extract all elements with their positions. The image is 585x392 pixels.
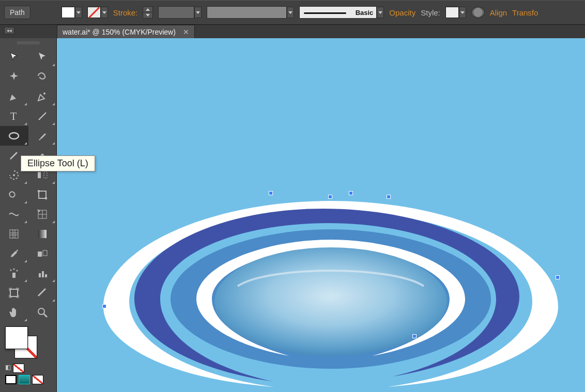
svg-point-1 [43, 92, 45, 95]
hand-tool[interactable] [0, 303, 28, 322]
svg-point-21 [17, 270, 18, 272]
free-transform-tool[interactable] [28, 185, 57, 205]
svg-rect-18 [12, 273, 16, 278]
eyedropper-tool[interactable] [0, 244, 28, 263]
gradient-tool[interactable] [28, 224, 57, 244]
ripple-water-center [214, 247, 447, 356]
selection-handle[interactable] [349, 191, 353, 195]
svg-point-5 [13, 174, 15, 176]
ripple-artwork [83, 183, 579, 392]
width-tool[interactable] [0, 205, 28, 224]
svg-rect-25 [10, 289, 18, 296]
zoom-tool[interactable] [28, 303, 57, 322]
control-bar: Path Stroke: Basic Opacity Style: Align … [0, 0, 585, 25]
symbol-sprayer-tool[interactable] [0, 263, 28, 283]
svg-rect-8 [39, 191, 46, 198]
svg-rect-6 [38, 172, 41, 178]
collapse-panels-icon[interactable]: ◂◂ [4, 27, 14, 34]
opacity-label[interactable]: Opacity [389, 8, 415, 17]
lasso-tool[interactable] [28, 67, 57, 87]
stroke-swatch-group[interactable] [87, 7, 108, 18]
swap-default-row: ◧ [0, 363, 56, 374]
svg-rect-22 [39, 273, 41, 277]
svg-line-27 [44, 314, 47, 317]
svg-rect-15 [38, 230, 47, 238]
spinner-down[interactable] [143, 12, 152, 18]
brush-definition[interactable]: Basic [299, 6, 384, 19]
panel-grip[interactable] [17, 41, 40, 44]
blend-tool[interactable] [28, 244, 57, 263]
color-mode-row [0, 374, 56, 385]
selection-tool[interactable] [0, 48, 28, 67]
close-icon[interactable]: ✕ [183, 28, 189, 36]
selection-handle[interactable] [269, 191, 273, 195]
stroke-weight-spinner[interactable] [143, 6, 153, 19]
default-fs-icon[interactable]: ◧ [5, 364, 11, 373]
fill-swatch-group[interactable] [61, 7, 82, 18]
style-swatch-group[interactable] [445, 7, 466, 18]
style-swatch[interactable] [445, 7, 459, 18]
stroke-label: Stroke: [113, 8, 138, 17]
selection-handle[interactable] [556, 275, 560, 279]
svg-rect-7 [44, 172, 47, 178]
selection-handle[interactable] [102, 304, 106, 308]
column-graph-tool[interactable] [28, 263, 57, 283]
svg-point-20 [13, 269, 15, 270]
color-mode-gradient[interactable] [19, 375, 30, 384]
direct-selection-tool[interactable] [28, 48, 57, 67]
svg-rect-16 [38, 252, 42, 257]
color-mode-none[interactable] [32, 375, 43, 384]
recolor-artwork-button[interactable] [471, 7, 485, 18]
warp-tool[interactable] [28, 205, 57, 224]
slice-tool[interactable] [28, 283, 57, 303]
curvature-tool[interactable] [28, 87, 57, 106]
none-mini[interactable] [13, 364, 24, 373]
brush-name: Basic [356, 9, 374, 17]
svg-rect-24 [45, 274, 47, 277]
variable-width-profile[interactable] [207, 6, 294, 19]
document-tab-title: water.ai* @ 150% (CMYK/Preview) [63, 28, 176, 36]
path-mode-button[interactable]: Path [4, 6, 30, 19]
svg-rect-23 [42, 271, 44, 277]
fill-dropdown[interactable] [75, 7, 82, 18]
transform-link[interactable]: Transfo [512, 8, 538, 17]
svg-point-0 [473, 7, 483, 17]
tools-panel: T [0, 38, 57, 392]
fill-indicator[interactable] [5, 326, 28, 349]
selection-handle[interactable] [328, 195, 332, 199]
color-mode-solid[interactable] [5, 375, 17, 384]
pen-tool[interactable] [0, 87, 28, 106]
svg-rect-17 [43, 250, 47, 256]
canvas[interactable] [57, 38, 585, 392]
line-segment-tool[interactable] [28, 106, 57, 126]
tool-grid: T [0, 48, 56, 322]
svg-text:T: T [10, 111, 17, 122]
stroke-dropdown[interactable] [101, 7, 108, 18]
svg-rect-9 [38, 190, 40, 192]
svg-point-26 [38, 308, 44, 315]
stroke-swatch[interactable] [87, 7, 101, 18]
svg-line-3 [39, 113, 46, 120]
svg-point-19 [10, 270, 12, 271]
tab-strip: water.ai* @ 150% (CMYK/Preview) ✕ [0, 25, 585, 38]
fill-swatch[interactable] [61, 7, 75, 18]
mesh-tool[interactable] [0, 224, 28, 244]
svg-rect-10 [45, 197, 47, 199]
selection-handle[interactable] [412, 334, 417, 338]
align-link[interactable]: Align [490, 8, 507, 17]
style-dropdown[interactable] [459, 7, 466, 18]
paintbrush-tool[interactable] [28, 126, 57, 146]
scale-tool[interactable] [0, 185, 28, 205]
artboard-tool[interactable] [0, 283, 28, 303]
magic-wand-tool[interactable] [0, 67, 28, 87]
tool-tooltip: Ellipse Tool (L) [21, 155, 95, 171]
style-label: Style: [421, 8, 440, 17]
spinner-up[interactable] [143, 7, 152, 12]
ellipse-tool[interactable] [0, 126, 28, 146]
document-tab[interactable]: water.ai* @ 150% (CMYK/Preview) ✕ [57, 25, 195, 38]
svg-point-4 [9, 133, 19, 139]
type-tool[interactable]: T [0, 106, 28, 126]
fill-stroke-block[interactable] [0, 322, 56, 363]
stroke-profile[interactable] [158, 6, 202, 19]
selection-handle[interactable] [387, 195, 391, 199]
